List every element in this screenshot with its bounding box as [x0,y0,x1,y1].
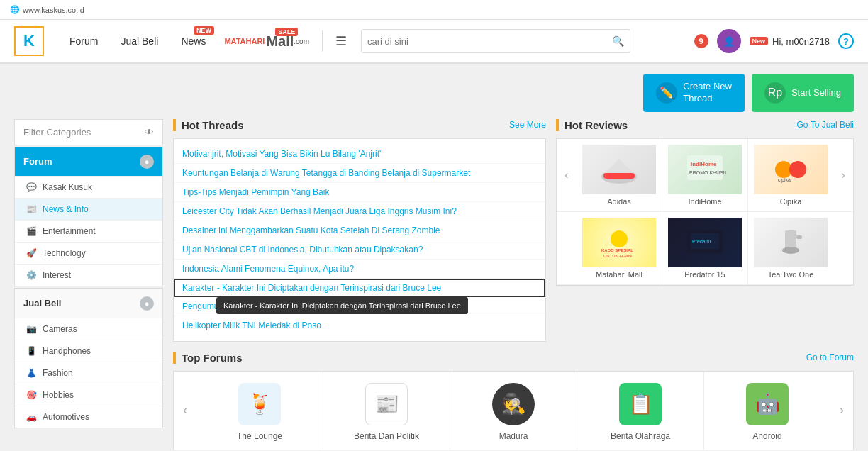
search-bar[interactable]: 🔍 [361,29,630,53]
thread-item-highlighted[interactable]: Karakter - Karakter Ini Diciptakan denga… [174,279,545,297]
reviews-row-2: ‹ KADO SPESIALUNTUK AGAN! Matahari Mall [557,212,853,285]
filter-header: Filter Categories 👁 [14,119,163,145]
forum-olahraga[interactable]: 📋 Berita Olahraga [577,372,704,450]
search-input[interactable] [367,36,612,47]
hobbies-icon: 🎯 [26,390,37,400]
forum-lounge[interactable]: 🍹 The Lounge [196,372,323,450]
user-info: New Hi, m00n2718 [750,36,830,47]
olahraga-icon: 📋 [619,383,662,425]
thread-tooltip: Karakter - Karakter Ini Diciptakan denga… [216,297,468,314]
predator-label: Predator 15 [668,270,742,279]
thread-item[interactable]: Helikopter Milik TNI Meledak di Poso [174,316,545,335]
see-more-threads[interactable]: See More [509,120,546,130]
sidebar-item-technology[interactable]: 🚀 Technology [15,242,162,264]
thread-item[interactable]: Leicester City Tidak Akan Berhasil Menja… [174,202,545,221]
notification-badge[interactable]: 9 [694,34,708,48]
hot-reviews-title: Hot Reviews [556,119,628,131]
review-card-teatwo[interactable]: Tea Two One [748,212,833,284]
automotives-icon: 🚗 [26,412,37,422]
nav-divider [322,30,323,52]
review-cards-row1: Adidas IndiHomePROMO KHUSUS IndiHome [577,139,833,211]
sidebar-forum-section: Forum ● 💬 Kasak Kusuk 📰 News & Info 🎬 En… [14,147,163,286]
indihome-label: IndiHome [668,197,742,206]
berita-icon: 📰 [365,383,408,425]
jualbeli-expand-icon[interactable]: ● [140,296,154,311]
review-card-predator[interactable]: Predator Predator 15 [662,212,748,284]
sidebar-item-entertainment[interactable]: 🎬 Entertainment [15,220,162,242]
top-forums-section: Top Forums Go to Forum ‹ 🍹 The Lounge 📰 … [173,352,854,450]
sidebar-item-newsinfo[interactable]: 📰 News & Info [15,198,162,220]
review-card-indihome[interactable]: IndiHomePROMO KHUSUS IndiHome [662,139,748,211]
madura-icon: 🕵️ [492,383,535,425]
sidebar-item-automotives[interactable]: 🚗 Automotives [15,406,162,428]
berita-name: Berita Dan Politik [329,431,444,441]
sidebar-item-interest[interactable]: ⚙️ Interest [15,264,162,286]
sidebar-item-fashion[interactable]: 👗 Fashion [15,362,162,384]
go-to-jualbeli[interactable]: Go To Jual Beli [797,120,855,130]
username: Hi, m00n2718 [772,36,830,47]
forum-expand-icon[interactable]: ● [140,155,154,169]
jualbeli-section-title: Jual Beli ● [15,289,162,318]
hot-reviews-header: Hot Reviews Go To Jual Beli [556,119,854,131]
svg-text:KADO SPESIAL: KADO SPESIAL [601,248,633,252]
lounge-name: The Lounge [202,431,317,441]
avatar[interactable]: 👤 [717,29,741,53]
reviews-next-1[interactable]: › [833,139,853,211]
thread-item[interactable]: Ujian Nasional CBT di Indonesia, Dibutuh… [174,240,545,260]
thread-item[interactable]: Keuntungan Belanja di Warung Tetangga di… [174,164,545,183]
hot-threads-header: Hot Threads See More [173,119,546,131]
cameras-icon: 📷 [26,324,37,334]
nav-right: 9 👤 New Hi, m00n2718 ? [694,29,854,53]
svg-text:UNTUK AGAN!: UNTUK AGAN! [603,254,633,258]
start-selling-button[interactable]: Rp Start Selling [752,74,854,112]
nav-jualbeli[interactable]: Jual Beli [109,19,169,63]
forum-berita[interactable]: 📰 Berita Dan Politik [323,372,450,450]
matahari-mall-logo[interactable]: SALE MATAHARI Mall .com [224,33,309,50]
help-button[interactable]: ? [838,33,854,49]
forum-madura[interactable]: 🕵️ Madura [450,372,577,450]
review-card-matahari[interactable]: KADO SPESIALUNTUK AGAN! Matahari Mall [577,212,662,284]
adidas-image [582,145,656,194]
matahari-image: KADO SPESIALUNTUK AGAN! [582,218,656,267]
teatwo-image [754,218,828,267]
search-icon[interactable]: 🔍 [612,35,624,47]
svg-point-8 [611,230,628,247]
forums-prev[interactable]: ‹ [174,396,196,425]
entertainment-icon: 🎬 [26,226,37,236]
thread-item[interactable]: Motivanjrit, Motivasi Yang Bisa Bikin Lu… [174,145,545,164]
eye-icon: 👁 [145,127,154,138]
svg-point-6 [789,161,806,178]
android-icon: 🤖 [746,383,789,425]
sidebar-item-kasak[interactable]: 💬 Kasak Kusuk [15,176,162,198]
svg-text:IndiHome: IndiHome [691,161,717,167]
sidebar-item-cameras[interactable]: 📷 Cameras [15,318,162,340]
forum-android[interactable]: 🤖 Android [704,372,830,450]
sidebar-item-handphones[interactable]: 📱 Handphones [15,340,162,362]
create-thread-button[interactable]: ✏️ Create New Thread [643,74,745,112]
forums-next[interactable]: › [830,396,853,425]
madura-name: Madura [456,431,571,441]
forum-section-title: Forum ● [15,147,162,176]
android-name: Android [710,431,825,441]
svg-point-15 [782,247,799,254]
hot-reviews-section: Hot Reviews Go To Jual Beli ‹ Adidas [556,119,854,342]
nav-forum[interactable]: Forum [58,19,109,63]
predator-image: Predator [668,218,742,267]
main-layout: Filter Categories 👁 Forum ● 💬 Kasak Kusu… [0,119,868,451]
review-card-adidas[interactable]: Adidas [577,139,662,211]
lounge-icon: 🍹 [238,383,281,425]
hot-threads-title: Hot Threads [173,119,244,131]
action-bar: ✏️ Create New Thread Rp Start Selling [0,64,868,119]
fashion-icon: 👗 [26,368,37,378]
forum-cards: 🍹 The Lounge 📰 Berita Dan Politik 🕵️ Mad… [196,372,830,450]
hamburger-menu[interactable]: ☰ [328,33,354,49]
go-to-forum[interactable]: Go to Forum [806,352,854,362]
thread-item[interactable]: Tips-Tips Menjadi Pemimpin Yang Baik [174,183,545,202]
reviews-prev-1[interactable]: ‹ [557,139,577,211]
nav-news[interactable]: NEW News [169,19,217,63]
sidebar-item-hobbies[interactable]: 🎯 Hobbies [15,384,162,406]
kaskus-logo[interactable]: K [14,26,44,56]
review-card-cipika[interactable]: cipika Cipika [748,139,833,211]
thread-item[interactable]: Indonesia Alami Fenomena Equinox, Apa it… [174,260,545,279]
thread-item[interactable]: Desainer ini Menggambarkan Suatu Kota Se… [174,221,545,240]
